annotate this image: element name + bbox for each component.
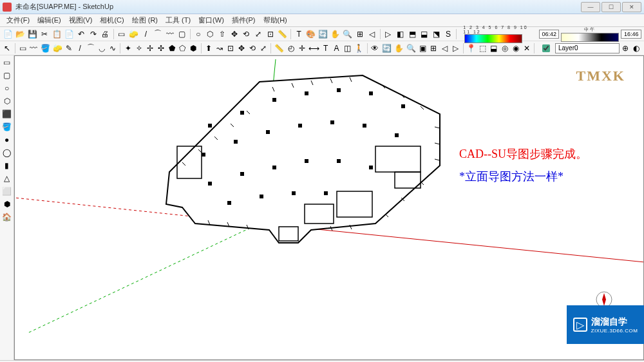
eraser-icon[interactable]: 🧽	[128, 28, 139, 40]
menu-4[interactable]: 绘图 (R)	[128, 15, 162, 25]
look-icon[interactable]: 👁	[370, 43, 380, 54]
pan-icon[interactable]: ✋	[330, 28, 341, 40]
tube-icon[interactable]: ⬜	[1, 186, 13, 197]
menu-7[interactable]: 插件(P)	[228, 15, 260, 25]
prism-icon[interactable]: ⬢	[1, 198, 13, 210]
paste-icon[interactable]: 📄	[64, 28, 75, 40]
zoom-ext-icon[interactable]: ⊞	[429, 43, 439, 54]
position-icon[interactable]: 📍	[466, 43, 477, 54]
time-strip[interactable]	[561, 33, 619, 42]
minimize-button[interactable]: —	[581, 2, 600, 12]
star-icon[interactable]: ✦	[123, 43, 133, 54]
3dtext-icon[interactable]: A	[332, 43, 341, 54]
cone-icon[interactable]: △	[1, 173, 13, 184]
shape1-icon[interactable]: ✧	[134, 43, 144, 54]
offset-icon[interactable]: ⊡	[265, 28, 276, 40]
top-icon[interactable]: ⬒	[407, 28, 418, 40]
select-icon[interactable]: ▭	[116, 28, 127, 40]
polygon-icon[interactable]: ⬡	[205, 28, 216, 40]
close-button[interactable]: ✕	[622, 2, 641, 12]
arc2-icon[interactable]: ⌒	[86, 43, 96, 54]
iso-icon[interactable]: ◧	[395, 28, 406, 40]
color-scale[interactable]	[464, 34, 522, 43]
sandbox2-icon[interactable]: ⬓	[489, 43, 498, 54]
zoom-icon[interactable]: 🔍	[342, 28, 353, 40]
solid2-icon[interactable]: ◉	[511, 43, 520, 54]
prev-icon[interactable]: ◁	[440, 43, 450, 54]
menu-0[interactable]: 文件(F)	[3, 15, 33, 25]
pencil-icon[interactable]: ✎	[64, 43, 74, 54]
torus-icon[interactable]: ◯	[1, 147, 13, 158]
pan2-icon[interactable]: ✋	[393, 43, 404, 54]
lasso-icon[interactable]: 〰	[29, 43, 39, 54]
shape5-icon[interactable]: ⬢	[189, 43, 198, 54]
tape2-icon[interactable]: 📏	[274, 43, 285, 54]
text-icon[interactable]: T	[294, 28, 305, 40]
paint-bucket-icon[interactable]: 🪣	[40, 43, 51, 54]
scale2-icon[interactable]: ⤢	[259, 43, 269, 54]
next-view-icon[interactable]: ▷	[383, 28, 394, 40]
pushpull-icon[interactable]: ⇧	[217, 28, 228, 40]
rotate2-icon[interactable]: ⟲	[248, 43, 258, 54]
shape4-icon[interactable]: ⬠	[178, 43, 187, 54]
rrect-tool-icon[interactable]: ▢	[1, 70, 13, 81]
sandbox1-icon[interactable]: ⬚	[478, 43, 488, 54]
arc-icon[interactable]: ⌒	[153, 28, 164, 40]
move-icon[interactable]: ✥	[229, 28, 240, 40]
section-icon[interactable]: ◫	[343, 43, 352, 54]
orbit-icon[interactable]: 🔄	[317, 28, 328, 40]
menu-3[interactable]: 相机(C)	[96, 15, 128, 25]
eraser2-icon[interactable]: 🧽	[52, 43, 63, 54]
orbit2-icon[interactable]: 🔄	[381, 43, 392, 54]
prev-view-icon[interactable]: ◁	[366, 28, 377, 40]
cylinder-icon[interactable]: ▮	[1, 160, 13, 171]
next-icon[interactable]: ▷	[451, 43, 460, 54]
menu-6[interactable]: 窗口(W)	[194, 15, 228, 25]
save-icon[interactable]: 💾	[27, 28, 38, 40]
right-icon[interactable]: ⬔	[431, 28, 442, 40]
menu-1[interactable]: 编辑(E)	[33, 15, 65, 25]
maximize-button[interactable]: ☐	[601, 2, 621, 12]
dimension-icon[interactable]: ⟷	[308, 43, 319, 54]
zoom2-icon[interactable]: 🔍	[406, 43, 417, 54]
solid1-icon[interactable]: ◎	[500, 43, 509, 54]
menu-8[interactable]: 帮助(H)	[260, 15, 291, 25]
line2-icon[interactable]: /	[75, 43, 85, 54]
tape-icon[interactable]: 📏	[277, 28, 288, 40]
circle-icon[interactable]: ○	[193, 28, 204, 40]
rotate-icon[interactable]: ⟲	[241, 28, 252, 40]
copy-icon[interactable]: 📋	[52, 28, 62, 40]
layer-select[interactable]: Layer0	[555, 43, 620, 53]
cut-icon[interactable]: ✂	[39, 28, 50, 40]
scale-icon[interactable]: ⤢	[253, 28, 264, 40]
text2-icon[interactable]: T	[321, 43, 330, 54]
offset2-icon[interactable]: ⊡	[226, 43, 236, 54]
circle-tool-icon[interactable]: ○	[1, 82, 13, 94]
layer-ext-icon-1[interactable]: ⊕	[621, 43, 630, 54]
house-icon[interactable]: 🏠	[1, 211, 13, 223]
bucket-icon[interactable]: 🪣	[1, 121, 13, 133]
line-icon[interactable]: /	[140, 28, 151, 40]
freehand-icon[interactable]: 〰	[164, 28, 175, 40]
file-new-icon[interactable]: 📄	[3, 28, 14, 40]
zoom-extents-icon[interactable]: ⊞	[354, 28, 365, 40]
layer-ext-icon-2[interactable]: ◐	[632, 43, 641, 54]
time-end[interactable]: 16:46	[621, 30, 641, 39]
time-start[interactable]: 06:42	[539, 30, 560, 39]
polygon-tool-icon[interactable]: ⬡	[1, 95, 13, 107]
3dbox-icon[interactable]: ⬛	[1, 108, 13, 120]
rect-tool-icon[interactable]: ▭	[1, 57, 13, 68]
push-icon[interactable]: ⬆	[204, 43, 214, 54]
move2-icon[interactable]: ✥	[237, 43, 247, 54]
spiral-icon[interactable]: ✣	[156, 43, 166, 54]
redo-icon[interactable]: ↷	[88, 28, 99, 40]
print-icon[interactable]: 🖨	[100, 28, 111, 40]
shape2-icon[interactable]: ✢	[145, 43, 155, 54]
file-open-icon[interactable]: 📂	[15, 28, 26, 40]
zoom-win-icon[interactable]: ▣	[418, 43, 428, 54]
viewport[interactable]: TMXK CAD--SU导图步骤完成。 *立面导图方法一样*	[14, 55, 644, 360]
layer-visible-checkbox[interactable]	[542, 44, 550, 52]
sphere-icon[interactable]: ●	[1, 134, 13, 146]
menu-2[interactable]: 视图(V)	[65, 15, 97, 25]
suapp-icon[interactable]: S	[443, 28, 454, 40]
